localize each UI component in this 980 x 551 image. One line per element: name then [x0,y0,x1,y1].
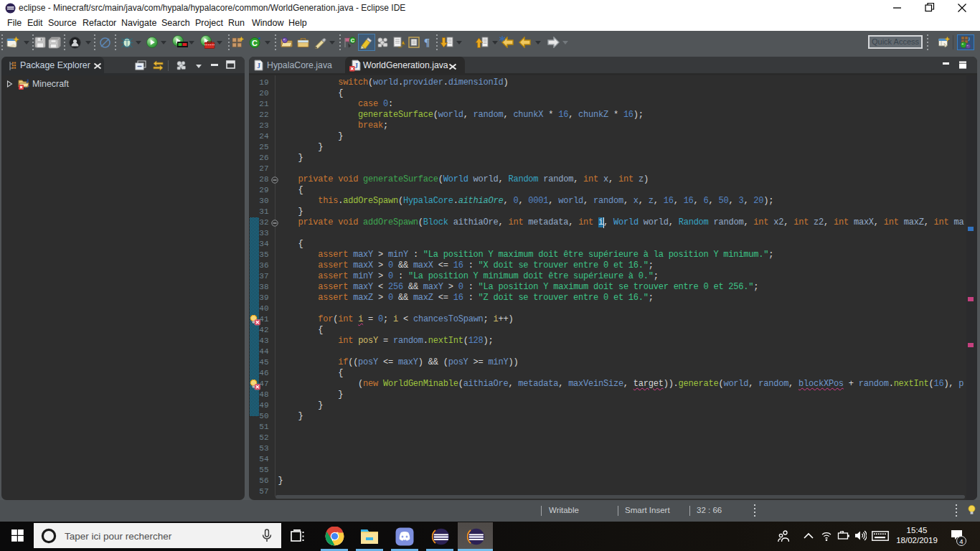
svg-text:J: J [354,62,358,70]
svg-text:C: C [252,39,258,47]
svg-text:J: J [257,62,260,70]
svg-text:C: C [351,37,355,44]
